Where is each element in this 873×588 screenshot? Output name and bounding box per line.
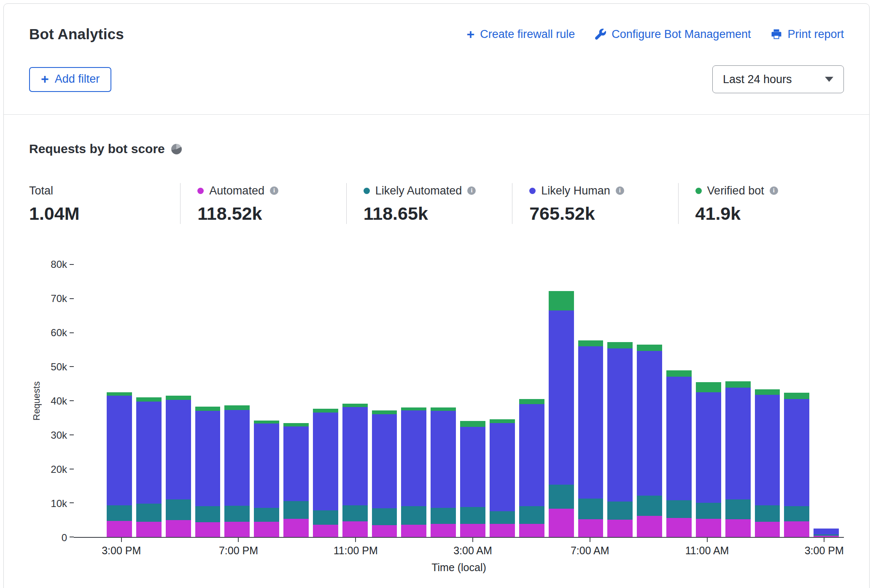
bar-segment-automated: [460, 524, 485, 537]
add-filter-label: Add filter: [55, 73, 100, 86]
bar-segment-automated: [607, 520, 633, 537]
bar-segment-likely-automated: [166, 499, 191, 520]
y-tick-label: 40k: [51, 396, 67, 407]
stat-automated: Automated 118.52k: [180, 183, 346, 224]
bar-segment-likely-human: [283, 426, 309, 502]
x-axis-tickmark: [707, 538, 708, 542]
x-axis-tickmark: [472, 538, 473, 542]
stat-likely-automated: Likely Automated 118.65k: [346, 183, 512, 224]
bar-12[interactable]: [460, 264, 485, 537]
bar-segment-verified-bot: [666, 370, 692, 377]
stat-likely-human: Likely Human 765.52k: [512, 183, 678, 224]
bar-segment-likely-human: [460, 427, 485, 507]
bar-segment-likely-human: [637, 351, 662, 495]
bar-segment-verified-bot: [254, 421, 279, 423]
bar-segment-likely-human: [254, 423, 279, 508]
bar-segment-likely-human: [696, 392, 721, 503]
bar-10[interactable]: [401, 264, 426, 537]
bar-segment-likely-human: [755, 395, 780, 505]
bar-24[interactable]: [814, 264, 839, 537]
bar-segment-likely-human: [107, 396, 132, 505]
bar-segment-automated: [725, 519, 751, 537]
info-icon[interactable]: [616, 186, 624, 195]
info-icon[interactable]: [770, 186, 778, 195]
x-axis-tickmark: [355, 538, 356, 542]
bar-segment-verified-bot: [519, 399, 544, 404]
bar-2[interactable]: [166, 264, 191, 537]
bar-14[interactable]: [519, 264, 544, 537]
bar-segment-likely-automated: [313, 510, 338, 525]
bar-segment-automated: [136, 522, 162, 537]
bar-segment-likely-human: [372, 414, 397, 508]
bar-segment-likely-human: [136, 402, 162, 504]
requests-stacked-bar-chart: Requests 010k20k30k40k50k60k70k80k 3:00 …: [29, 264, 844, 574]
y-axis-tickmark: [70, 264, 74, 265]
bar-7[interactable]: [313, 264, 338, 537]
bar-11[interactable]: [431, 264, 456, 537]
y-axis-tickmark: [70, 502, 74, 503]
bar-13[interactable]: [490, 264, 515, 537]
bar-15[interactable]: [549, 264, 574, 537]
bar-5[interactable]: [254, 264, 279, 537]
create-firewall-rule-link[interactable]: + Create firewall rule: [466, 28, 575, 41]
bar-16[interactable]: [578, 264, 604, 537]
stat-verified-bot: Verified bot 41.9k: [678, 183, 844, 224]
info-icon[interactable]: [270, 186, 278, 195]
print-report-link[interactable]: Print report: [771, 28, 844, 41]
bar-segment-likely-human: [401, 410, 426, 507]
bar-segment-likely-automated: [519, 506, 544, 523]
bar-segment-verified-bot: [372, 410, 397, 415]
info-icon[interactable]: [467, 186, 476, 195]
bar-17[interactable]: [607, 264, 633, 537]
bar-segment-automated: [755, 522, 780, 537]
bar-22[interactable]: [755, 264, 780, 537]
bar-segment-verified-bot: [460, 421, 485, 427]
x-tick-label: 3:00 PM: [102, 545, 141, 557]
bar-segment-likely-automated: [696, 503, 721, 519]
stat-total-value: 1.04M: [29, 203, 180, 224]
bar-segment-likely-automated: [637, 496, 662, 516]
stat-likely-human-value: 765.52k: [529, 203, 678, 224]
bar-1[interactable]: [136, 264, 162, 537]
x-tick-label: 11:00 PM: [334, 545, 378, 557]
bar-segment-verified-bot: [637, 345, 662, 351]
bar-0[interactable]: [107, 264, 132, 537]
bar-6[interactable]: [283, 264, 309, 537]
bar-segment-likely-human: [490, 423, 515, 511]
bar-3[interactable]: [195, 264, 221, 537]
bar-8[interactable]: [342, 264, 368, 537]
bar-4[interactable]: [224, 264, 250, 537]
bar-segment-automated: [490, 524, 515, 537]
bar-19[interactable]: [666, 264, 692, 537]
configure-bot-management-link[interactable]: Configure Bot Management: [595, 28, 751, 41]
bar-21[interactable]: [725, 264, 751, 537]
bar-segment-likely-automated: [342, 505, 368, 521]
bar-18[interactable]: [637, 264, 662, 537]
bar-segment-verified-bot: [166, 396, 191, 400]
bar-segment-likely-automated: [784, 506, 809, 521]
bar-segment-likely-automated: [460, 507, 485, 524]
x-tick-label: 3:00 AM: [453, 545, 492, 557]
bar-segment-automated: [401, 525, 426, 537]
bar-segment-verified-bot: [696, 382, 721, 392]
bar-segment-likely-automated: [607, 502, 633, 520]
time-range-dropdown[interactable]: Last 24 hours: [712, 65, 844, 93]
bar-segment-verified-bot: [784, 393, 809, 399]
x-tick-label: 7:00 PM: [219, 545, 258, 557]
bar-segment-automated: [549, 509, 574, 537]
stats-row: Total 1.04M Automated 118.52k Likely Aut…: [29, 183, 844, 224]
stat-likely-automated-value: 118.65k: [364, 203, 512, 224]
bar-20[interactable]: [696, 264, 721, 537]
bar-segment-likely-automated: [578, 499, 604, 519]
bar-9[interactable]: [372, 264, 397, 537]
bar-23[interactable]: [784, 264, 809, 537]
x-axis-tickmark: [590, 538, 590, 542]
plot-area: [74, 264, 844, 538]
card-header: Bot Analytics + Create firewall rule Con…: [4, 4, 869, 115]
bar-segment-likely-automated: [195, 506, 221, 522]
bar-segment-likely-human: [814, 529, 839, 534]
x-axis-tick-labels: 3:00 PM7:00 PM11:00 PM3:00 AM7:00 AM11:0…: [107, 545, 839, 558]
stat-dot-verified-bot: [695, 188, 702, 194]
bar-segment-likely-automated: [431, 508, 456, 524]
add-filter-button[interactable]: + Add filter: [29, 67, 111, 92]
